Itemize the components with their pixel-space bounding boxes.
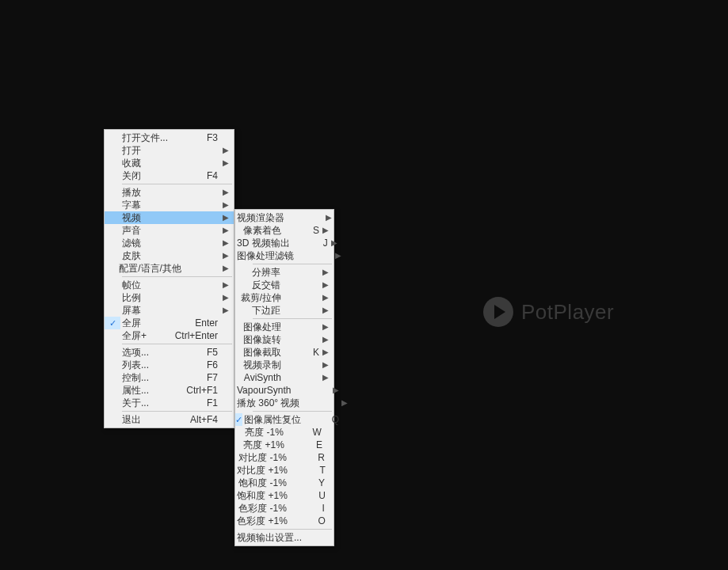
menu-item-shortcut: U [288,489,329,502]
menu-item-label: 关于... [120,397,180,409]
menu-item[interactable]: 收藏▶ [105,157,234,169]
menu-item[interactable]: 屏幕▶ [105,304,234,317]
menu-item-shortcut: F5 [180,346,221,359]
menu-item[interactable]: 配置/语言/其他▶ [105,262,234,275]
menu-item[interactable]: 色彩度 +1%O [235,515,334,527]
menu-item-label: 分辨率 [250,266,280,279]
menu-item[interactable]: 属性...Ctrl+F1 [105,384,234,397]
menu-item[interactable]: 视频▶ [105,211,234,224]
menu-item[interactable]: 皮肤▶ [105,249,234,262]
menu-item[interactable]: 控制...F7 [105,371,234,384]
menu-item[interactable]: 图像属性复位Q [235,413,334,426]
menu-item[interactable]: 亮度 -1%W [235,426,334,439]
menu-item[interactable]: 图像处理▶ [235,321,334,333]
submenu-arrow-icon: ▶ [331,237,339,249]
menu-item-shortcut: J [290,237,331,249]
menu-item[interactable]: 打开▶ [105,144,234,157]
menu-item[interactable]: 帧位▶ [105,279,234,291]
submenu-arrow-icon: ▶ [322,333,330,346]
menu-item[interactable]: 下边距▶ [235,304,334,317]
menu-item-label: 全屏 [120,317,180,329]
menu-item-shortcut: E [284,439,326,451]
menu-item[interactable]: 3D 视频输出J▶ [235,237,334,249]
menu-item[interactable]: 对比度 -1%R [235,451,334,464]
menu-item-label: 像素着色 [242,224,281,237]
menu-item[interactable]: 对比度 +1%T [235,464,334,477]
menu-item[interactable]: 分辨率▶ [235,266,334,279]
menu-item-shortcut: Alt+F4 [180,413,221,426]
menu-item[interactable]: 饱和度 -1%Y [235,477,334,489]
menu-separator [122,184,232,184]
menu-item-label: 打开 [120,144,180,157]
menu-separator [122,276,232,277]
menu-item-label: 播放 [120,186,180,199]
menu-item-label: 色彩度 +1% [235,515,288,527]
menu-item[interactable]: 播放 360° 视频▶ [235,397,334,409]
menu-item[interactable]: 图像旋转▶ [235,333,334,346]
menu-item-shortcut: T [288,464,329,477]
menu-item-label: 配置/语言/其他 [117,262,181,275]
menu-item[interactable]: 全屏+Ctrl+Enter [105,329,234,342]
menu-item[interactable]: 视频输出设置... [235,531,334,544]
menu-item[interactable]: 饱和度 +1%U [235,489,334,502]
menu-item-label: 饱和度 -1% [237,477,287,489]
submenu-arrow-icon: ▶ [221,186,231,199]
menu-item[interactable]: 裁剪/拉伸▶ [235,291,334,304]
submenu-arrow-icon: ▶ [221,211,231,224]
menu-item[interactable]: 亮度 +1%E [235,439,334,451]
menu-item-shortcut: O [288,515,329,527]
menu-item[interactable]: 选项...F5 [105,346,234,359]
menu-item[interactable]: AviSynth▶ [235,371,334,384]
menu-item[interactable]: 全屏Enter [105,317,234,329]
submenu-arrow-icon: ▶ [322,359,330,371]
menu-item[interactable]: 图像处理滤镜▶ [235,249,334,262]
menu-item[interactable]: 列表...F6 [105,359,234,371]
menu-item[interactable]: 打开文件...F3 [105,131,234,144]
menu-item[interactable]: 播放▶ [105,186,234,199]
context-menu-video[interactable]: 视频渲染器▶像素着色S▶3D 视频输出J▶图像处理滤镜▶分辨率▶反交错▶裁剪/拉… [234,209,334,546]
submenu-arrow-icon: ▶ [223,262,231,275]
menu-item[interactable]: 色彩度 -1%I [235,502,334,515]
submenu-arrow-icon: ▶ [322,224,330,237]
menu-item-shortcut: F6 [180,359,221,371]
menu-item-label: 声音 [120,224,180,237]
menu-separator [253,529,332,530]
menu-item-shortcut: Enter [180,317,221,329]
menu-item-label: 图像处理 [242,321,281,333]
menu-item[interactable]: VapourSynth▶ [235,384,334,397]
context-menu-main[interactable]: 打开文件...F3打开▶收藏▶关闭F4播放▶字幕▶视频▶声音▶滤镜▶皮肤▶配置/… [104,129,234,428]
menu-item[interactable]: 关于...F1 [105,397,234,409]
menu-item-shortcut: S [281,224,322,237]
menu-item[interactable]: 声音▶ [105,224,234,237]
check-icon [235,413,242,426]
menu-item-label: 关闭 [120,169,180,182]
play-circle-icon [483,297,513,327]
submenu-arrow-icon: ▶ [221,249,231,262]
menu-separator [122,411,232,412]
menu-item-label: 打开文件... [120,131,180,144]
menu-item[interactable]: 退出Alt+F4 [105,413,234,426]
submenu-arrow-icon: ▶ [322,304,330,317]
menu-item-shortcut: Ctrl+F1 [180,384,221,397]
menu-item[interactable]: 字幕▶ [105,199,234,211]
menu-item-label: 比例 [120,291,180,304]
submenu-arrow-icon: ▶ [341,397,349,409]
menu-separator [253,264,332,264]
menu-item[interactable]: 反交错▶ [235,279,334,291]
submenu-arrow-icon: ▶ [326,211,334,224]
menu-item[interactable]: 滤镜▶ [105,237,234,249]
menu-item[interactable]: 像素着色S▶ [235,224,334,237]
menu-item-label: 对比度 -1% [237,451,287,464]
menu-item-shortcut: F4 [180,169,221,182]
menu-item-shortcut: F1 [180,397,221,409]
menu-item[interactable]: 比例▶ [105,291,234,304]
menu-item[interactable]: 视频渲染器▶ [235,211,334,224]
menu-item[interactable]: 关闭F4 [105,169,234,182]
menu-item[interactable]: 图像截取K▶ [235,346,334,359]
menu-item-label: 图像旋转 [242,333,281,346]
menu-item-shortcut: K [281,346,322,359]
menu-item-label: 3D 视频输出 [235,237,290,249]
menu-item[interactable]: 视频录制▶ [235,359,334,371]
menu-item-shortcut: F3 [180,131,221,144]
menu-item-label: 饱和度 +1% [235,489,288,502]
